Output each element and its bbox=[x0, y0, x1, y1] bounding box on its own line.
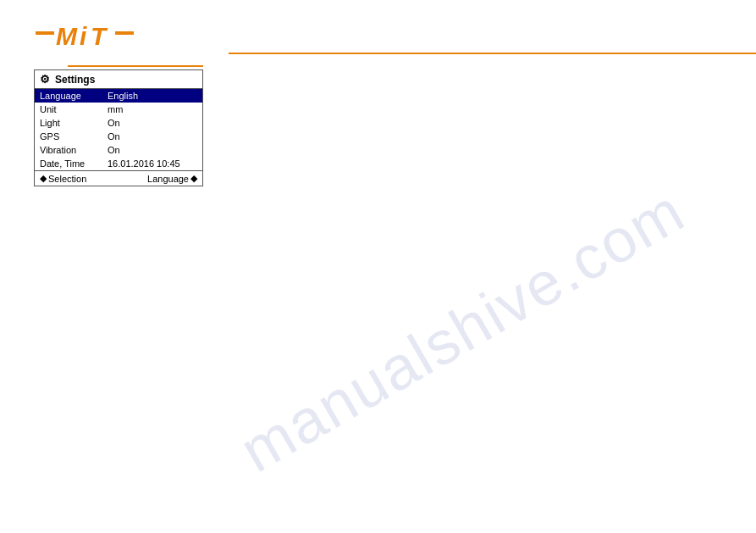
row-label-5: Date, Time bbox=[40, 158, 108, 169]
settings-row-vibration[interactable]: VibrationOn bbox=[35, 143, 202, 157]
selection-label: Selection bbox=[48, 174, 86, 184]
row-value-4: On bbox=[108, 145, 197, 155]
orange-divider-line bbox=[229, 53, 756, 54]
row-label-1: Unit bbox=[40, 104, 108, 114]
settings-row-language[interactable]: LanguageEnglish bbox=[35, 89, 202, 103]
settings-row-date--time[interactable]: Date, Time16.01.2016 10:45 bbox=[35, 157, 202, 170]
row-value-2: On bbox=[108, 118, 197, 128]
row-value-3: On bbox=[108, 131, 197, 142]
row-label-2: Light bbox=[40, 118, 108, 128]
svg-rect-4 bbox=[115, 31, 134, 35]
watermark: manualshive.com bbox=[169, 127, 756, 533]
header: M i T bbox=[0, 0, 756, 59]
row-value-1: mm bbox=[108, 104, 197, 114]
settings-row-unit[interactable]: Unitmm bbox=[35, 103, 202, 116]
left-arrow-icon: ◆ bbox=[40, 173, 47, 184]
settings-header-row: ⚙ Settings bbox=[35, 70, 202, 89]
logo-underline bbox=[68, 65, 203, 67]
svg-text:T: T bbox=[91, 22, 108, 50]
svg-rect-0 bbox=[36, 31, 54, 35]
settings-rows: LanguageEnglishUnitmmLightOnGPSOnVibrati… bbox=[35, 89, 202, 170]
row-label-0: Language bbox=[40, 91, 108, 101]
footer-left: ◆ Selection bbox=[40, 173, 86, 184]
row-label-3: GPS bbox=[40, 131, 108, 142]
row-value-0: English bbox=[108, 91, 197, 101]
language-footer-label: Language bbox=[147, 174, 189, 184]
row-value-5: 16.01.2016 10:45 bbox=[108, 158, 197, 169]
settings-row-gps[interactable]: GPSOn bbox=[35, 130, 202, 143]
settings-panel: ⚙ Settings LanguageEnglishUnitmmLightOnG… bbox=[34, 69, 203, 186]
footer-right: Language ◆ bbox=[147, 173, 197, 184]
settings-footer: ◆ Selection Language ◆ bbox=[35, 170, 202, 186]
settings-row-light[interactable]: LightOn bbox=[35, 116, 202, 130]
svg-text:M: M bbox=[56, 22, 78, 50]
mit-logo: M i T bbox=[34, 13, 161, 51]
settings-title: Settings bbox=[55, 74, 95, 86]
logo-area: M i T bbox=[34, 13, 161, 53]
right-arrow-icon: ◆ bbox=[190, 173, 197, 184]
svg-text:i: i bbox=[80, 22, 87, 50]
gear-icon: ⚙ bbox=[40, 73, 50, 86]
row-label-4: Vibration bbox=[40, 145, 108, 155]
watermark-text: manualshive.com bbox=[229, 175, 696, 485]
